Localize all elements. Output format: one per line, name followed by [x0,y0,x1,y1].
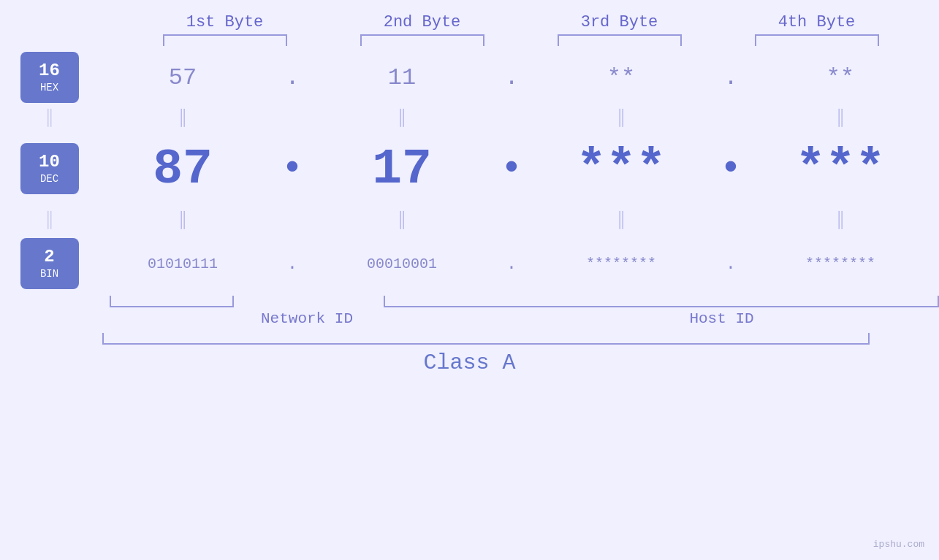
col-header-2: 2nd Byte [324,13,521,31]
hex-val-2: 11 [303,64,501,91]
bin-val-2: 00010001 [303,256,501,272]
dot-hex-2: . [501,64,522,91]
eq-cell-2a: ║ [303,109,501,127]
hex-val-4: ** [742,64,939,91]
bracket-cell-2 [324,34,521,46]
bracket-spacer [234,296,384,307]
bottom-brackets-area [0,296,939,307]
eq-symbol-2: ║ [45,205,54,234]
eq-cell-3a: ║ [522,109,720,127]
dot-bin-2: . [501,254,522,274]
dec-val-2: 17 [303,141,501,197]
top-bracket-3 [558,34,682,46]
eq-symbol-1: ║ [45,103,54,132]
column-headers: 1st Byte 2nd Byte 3rd Byte 4th Byte [0,13,939,31]
net-bracket-container [110,296,234,307]
main-container: 1st Byte 2nd Byte 3rd Byte 4th Byte 16 H… [0,0,939,560]
outer-bottom-bracket [102,333,870,345]
dot-hex-3: . [720,64,742,91]
top-bracket-2 [360,34,484,46]
dec-badge: 10 DEC [20,143,79,194]
host-bracket-container [384,296,939,307]
data-grid: 57 . 11 . ** . ** ║ ║ [84,52,939,293]
dec-badge-label: DEC [40,173,58,185]
eq-cell-1b: ║ [84,211,281,229]
labels-column: 16 HEX ║ 10 DEC ║ 2 BIN [15,52,84,293]
hex-val-3: ** [522,64,720,91]
outer-bracket-container [102,333,870,345]
host-id-label: Host ID [504,310,939,327]
bracket-cell-4 [718,34,916,46]
host-bottom-bracket [384,296,939,307]
eq-cell-1a: ║ [84,109,281,127]
hex-row: 57 . 11 . ** . ** [84,52,939,103]
top-bracket-1 [163,34,287,46]
bin-badge-number: 2 [44,247,54,268]
eq-cell-4b: ║ [742,211,939,229]
dec-val-3: *** [522,141,720,197]
eq-cell-2b: ║ [303,211,501,229]
col-header-3: 3rd Byte [521,13,718,31]
class-label: Class A [0,350,939,375]
id-labels-row: Network ID Host ID [0,310,939,327]
bracket-cell-1 [126,34,324,46]
dot-dec-2: • [501,150,522,187]
col-header-1: 1st Byte [126,13,324,31]
bracket-cell-3 [521,34,718,46]
hex-val-1: 57 [84,64,281,91]
eq-cell-3b: ║ [522,211,720,229]
bin-val-3: ******** [522,256,720,272]
col-header-4: 4th Byte [718,13,916,31]
net-bottom-bracket [110,296,234,307]
bin-val-1: 01010111 [84,256,281,272]
bin-badge-label: BIN [40,268,58,280]
top-brackets-row [0,34,939,46]
network-id-label: Network ID [110,310,504,327]
hex-badge-label: HEX [40,82,58,94]
dec-badge-number: 10 [39,152,60,173]
watermark: ipshu.com [873,539,924,550]
dot-dec-1: • [281,150,303,187]
dec-val-1: 87 [84,141,281,197]
dot-bin-1: . [281,254,303,274]
dot-dec-3: • [720,150,742,187]
eq-cell-4a: ║ [742,109,939,127]
hex-badge: 16 HEX [20,52,79,103]
bin-val-4: ******** [742,256,939,272]
eq-row-1: ║ ║ ║ ║ [84,103,939,132]
dec-val-4: *** [742,141,939,197]
bin-row: 01010111 . 00010001 . ******** . *******… [84,234,939,293]
bin-badge: 2 BIN [20,238,79,289]
dot-bin-3: . [720,254,742,274]
top-bracket-4 [755,34,879,46]
dec-row: 87 • 17 • *** • *** [84,132,939,205]
eq-row-2: ║ ║ ║ ║ [84,205,939,234]
dot-hex-1: . [281,64,303,91]
hex-badge-number: 16 [39,61,60,82]
